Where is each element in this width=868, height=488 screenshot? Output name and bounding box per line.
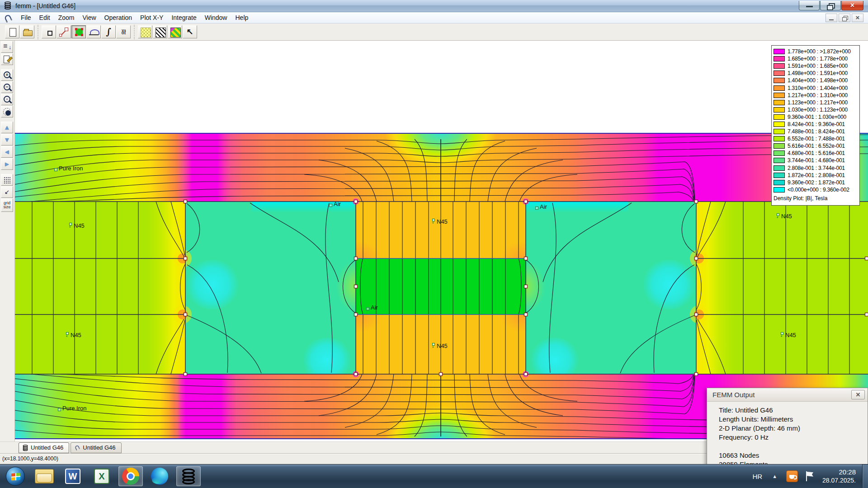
region-label-n45: N45 xyxy=(432,343,448,349)
pan-right-button[interactable] xyxy=(1,158,13,170)
title-bar[interactable]: femm - [Untitled G46] × xyxy=(0,0,868,12)
mdi-restore-button[interactable] xyxy=(839,14,850,22)
femm-output-line: Length Units: Millimeters xyxy=(719,415,868,424)
density-plot-legend: 1.778e+000 : >1.872e+0001.685e+000 : 1.7… xyxy=(771,45,860,206)
block-marker-icon xyxy=(535,203,538,210)
legend-color-swatch xyxy=(774,70,785,76)
snap-to-grid-button[interactable] xyxy=(1,186,13,198)
femm-application-window: femm - [Untitled G46] × FileEditZoomView… xyxy=(0,0,868,488)
taskbar-clock[interactable]: 20:28 28.07.2025. xyxy=(822,468,856,484)
point-values-button[interactable] xyxy=(1,41,13,53)
taskbar-explorer-icon[interactable] xyxy=(32,466,56,486)
line-contour-mode-button[interactable] xyxy=(57,25,71,38)
new-button[interactable] xyxy=(5,25,19,38)
menu-item-window[interactable]: Window xyxy=(201,13,231,22)
menu-item-help[interactable]: Help xyxy=(231,13,252,22)
zoom-in-button[interactable] xyxy=(1,69,13,81)
femm-coil-icon xyxy=(22,445,28,451)
legend-entry: 1.217e+000 : 1.310e+000 xyxy=(774,92,859,99)
window-title: femm - [Untitled G46] xyxy=(15,2,75,9)
document-tab-1[interactable]: Untitled G46 xyxy=(19,442,69,453)
femm-coil-icon xyxy=(4,1,12,9)
menu-item-operation[interactable]: Operation xyxy=(100,13,136,22)
legend-entry: 1.591e+000 : 1.685e+000 xyxy=(774,62,859,70)
menu-item-zoom[interactable]: Zoom xyxy=(54,13,79,22)
femm-output-line: 2-D Planar (Depth: 46 mm) xyxy=(719,424,868,433)
taskbar-excel-icon[interactable]: X xyxy=(90,466,114,486)
grid-size-button[interactable]: grid size xyxy=(1,198,13,212)
pan-left-button[interactable] xyxy=(1,146,13,158)
legend-entry: 1.872e-001 : 2.808e-001 xyxy=(774,172,859,179)
legend-color-swatch xyxy=(774,85,785,91)
windows-taskbar: WX HR ▲ 20:28 28.07.2025. xyxy=(0,464,868,488)
minimize-button[interactable] xyxy=(799,1,820,10)
legend-color-swatch xyxy=(774,56,785,61)
taskbar-start-button[interactable] xyxy=(4,466,27,486)
legend-entry: 1.310e+000 : 1.404e+000 xyxy=(774,84,859,91)
model-canvas[interactable]: Pure IronN45AirN45AirN45AirN45N45N45Pure… xyxy=(15,41,868,441)
block-marker-icon xyxy=(58,405,61,411)
plot-xy-button[interactable] xyxy=(86,25,101,38)
legend-color-swatch xyxy=(774,173,785,178)
language-indicator[interactable]: HR xyxy=(752,473,762,480)
show-mesh-button[interactable] xyxy=(138,25,152,38)
java-tray-icon[interactable] xyxy=(786,470,798,482)
mdi-minimize-button[interactable] xyxy=(826,14,837,22)
magnet-icon xyxy=(3,14,13,23)
mdi-close-button[interactable] xyxy=(852,14,863,22)
femm-output-line: 10663 Nodes xyxy=(719,451,868,460)
show-density-plot-button[interactable] xyxy=(153,25,167,38)
open-button[interactable] xyxy=(20,25,34,38)
magnetization-arrow-icon xyxy=(777,213,780,219)
legend-entry: 9.360e-002 : 1.872e-001 xyxy=(774,179,859,186)
left-toolbar: grid size xyxy=(0,41,15,441)
magnetization-arrow-icon xyxy=(66,332,69,338)
legend-entry: 7.488e-001 : 8.424e-001 xyxy=(774,128,859,135)
pointer-button[interactable] xyxy=(183,25,197,38)
menu-item-file[interactable]: File xyxy=(17,13,35,22)
magnetization-arrow-icon xyxy=(69,222,72,229)
zoom-out-button[interactable] xyxy=(1,81,13,93)
femm-output-titlebar[interactable]: FEMM Output ✕ xyxy=(707,388,868,402)
block-integral-button[interactable] xyxy=(116,25,131,38)
femm-output-close-button[interactable]: ✕ xyxy=(851,390,865,399)
zoom-window-button[interactable] xyxy=(1,94,13,105)
legend-color-swatch xyxy=(774,150,785,156)
close-button[interactable]: × xyxy=(841,1,863,10)
taskbar-chrome-icon[interactable] xyxy=(118,466,143,486)
block-marker-icon xyxy=(329,201,332,207)
region-label-n45: N45 xyxy=(66,332,81,338)
action-center-flag-icon[interactable] xyxy=(805,471,814,482)
femm-output-title: FEMM Output xyxy=(712,391,851,399)
line-integral-button[interactable] xyxy=(101,25,116,38)
document-tab-2[interactable]: Untitled G46 xyxy=(71,442,121,453)
legend-entry: 1.498e+000 : 1.591e+000 xyxy=(774,70,859,77)
block-marker-icon xyxy=(54,165,57,171)
region-label-pure-iron: Pure Iron xyxy=(54,165,83,172)
legend-entry: 4.680e-001 : 5.616e-001 xyxy=(774,150,859,157)
taskbar-word-icon[interactable]: W xyxy=(61,466,85,486)
legend-entry: 3.744e-001 : 4.680e-001 xyxy=(774,157,859,164)
zoom-extents-button[interactable] xyxy=(1,106,13,117)
pan-up-button[interactable] xyxy=(1,122,13,133)
edit-properties-button[interactable] xyxy=(1,53,13,65)
legend-color-swatch xyxy=(774,49,785,54)
menu-item-view[interactable]: View xyxy=(78,13,100,22)
menu-bar: FileEditZoomViewOperationPlot X-YIntegra… xyxy=(0,12,868,23)
region-label-n45: N45 xyxy=(777,213,792,220)
menu-item-edit[interactable]: Edit xyxy=(35,13,54,22)
taskbar-edge-icon[interactable] xyxy=(147,466,172,486)
menu-item-integrate[interactable]: Integrate xyxy=(167,13,200,22)
pan-down-button[interactable] xyxy=(1,134,13,145)
show-vector-plot-button[interactable] xyxy=(168,25,182,38)
menu-item-plot-x-y[interactable]: Plot X-Y xyxy=(136,13,167,22)
point-mode-button[interactable] xyxy=(42,25,56,38)
legend-color-swatch xyxy=(774,180,785,185)
taskbar-femm-icon[interactable] xyxy=(176,466,201,486)
show-desktop-button[interactable] xyxy=(862,465,868,488)
show-grid-button[interactable] xyxy=(1,174,13,186)
legend-color-swatch xyxy=(774,114,785,120)
restore-button[interactable] xyxy=(820,1,841,10)
block-mode-button[interactable] xyxy=(71,25,86,38)
hidden-icons-chevron[interactable]: ▲ xyxy=(772,474,777,479)
